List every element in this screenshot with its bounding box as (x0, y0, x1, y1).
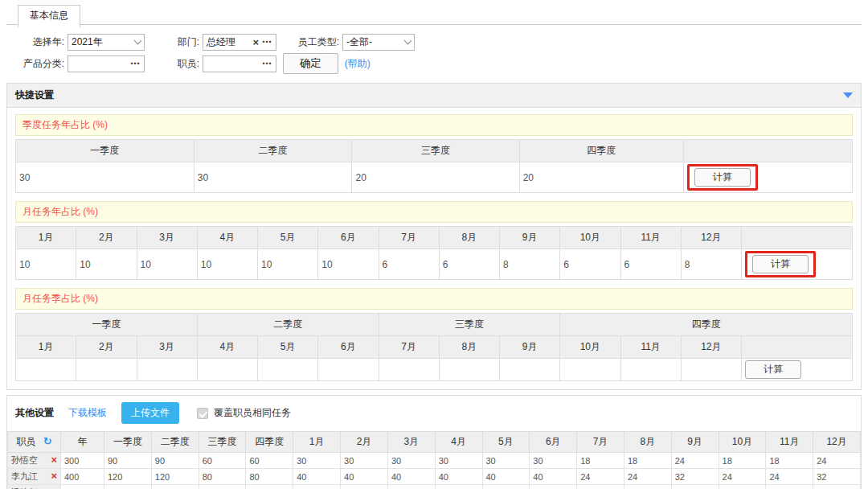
staff-value-cell[interactable]: 30 (293, 453, 341, 469)
staff-value-cell[interactable]: 90 (151, 453, 199, 469)
month-value-cell[interactable]: 8 (500, 249, 560, 280)
staff-value-cell[interactable]: 60 (246, 453, 293, 469)
staff-filter-field[interactable]: ⋯ (203, 55, 276, 72)
staff-value-cell[interactable]: 50 (435, 485, 482, 489)
month-value-cell[interactable] (620, 359, 681, 381)
staff-value-cell[interactable]: 24 (719, 469, 766, 485)
more-icon[interactable]: ⋯ (262, 59, 272, 68)
staff-value-cell[interactable]: 40 (293, 469, 341, 485)
staff-value-cell[interactable]: 40 (341, 469, 388, 485)
month-value-cell[interactable]: 8 (681, 249, 741, 280)
month-value-cell[interactable]: 6 (439, 249, 499, 280)
staff-value-cell[interactable]: 30 (577, 485, 624, 489)
staff-value-cell[interactable]: 40 (482, 469, 530, 485)
staff-value-cell[interactable]: 40 (530, 469, 577, 485)
staff-value-cell[interactable]: 32 (813, 469, 861, 485)
staff-value-cell[interactable]: 90 (104, 453, 152, 469)
staff-value-cell[interactable]: 30 (624, 485, 671, 489)
staff-value-cell[interactable]: 120 (151, 469, 199, 485)
download-template-link[interactable]: 下载模板 (68, 406, 107, 420)
calculate-button[interactable]: 计算 (752, 255, 809, 273)
month-value-cell[interactable] (76, 359, 137, 381)
staff-value-cell[interactable]: 30 (766, 485, 813, 489)
month-value-cell[interactable] (197, 359, 257, 381)
month-value-cell[interactable] (258, 359, 318, 381)
staff-value-cell[interactable]: 50 (530, 485, 577, 489)
clear-icon[interactable]: × (252, 37, 259, 47)
calculate-button[interactable]: 计算 (745, 360, 801, 379)
month-value-cell[interactable]: 6 (620, 249, 681, 280)
staff-value-cell[interactable]: 30 (530, 453, 577, 469)
staff-value-cell[interactable]: 30 (341, 453, 388, 469)
staff-value-cell[interactable]: 80 (199, 469, 246, 485)
confirm-button[interactable]: 确定 (283, 53, 338, 74)
more-icon[interactable]: ⋯ (262, 37, 272, 47)
staff-value-cell[interactable]: 24 (766, 469, 813, 485)
staff-value-cell[interactable]: 18 (624, 453, 671, 469)
month-value-cell[interactable] (439, 359, 499, 381)
help-link[interactable]: (帮助) (345, 57, 371, 71)
staff-value-cell[interactable]: 32 (671, 469, 719, 485)
month-value-cell[interactable] (681, 359, 741, 381)
quarter-value-cell[interactable]: 30 (16, 162, 194, 193)
staff-value-cell[interactable]: 500 (61, 485, 104, 489)
month-value-cell[interactable] (500, 359, 560, 381)
staff-value-cell[interactable]: 150 (104, 485, 152, 489)
month-value-cell[interactable]: 6 (560, 249, 620, 280)
staff-value-cell[interactable]: 40 (435, 469, 482, 485)
upload-file-button[interactable]: 上传文件 (121, 402, 179, 424)
quarter-value-cell[interactable]: 20 (519, 162, 683, 193)
staff-value-cell[interactable]: 100 (199, 485, 246, 489)
product-category-field[interactable]: ⋯ (68, 55, 145, 72)
staff-value-cell[interactable]: 50 (387, 485, 435, 489)
checkbox-checked-icon[interactable] (197, 408, 208, 419)
delete-staff-icon[interactable]: × (51, 471, 57, 481)
staff-value-cell[interactable]: 80 (246, 469, 293, 485)
employee-type-select[interactable]: -全部- (342, 34, 415, 51)
staff-value-cell[interactable]: 30 (387, 453, 435, 469)
staff-value-cell[interactable]: 60 (199, 453, 246, 469)
staff-value-cell[interactable]: 24 (577, 469, 624, 485)
month-value-cell[interactable]: 10 (197, 249, 257, 280)
month-value-cell[interactable] (560, 359, 620, 381)
collapse-triangle-icon[interactable] (843, 92, 853, 98)
month-value-cell[interactable] (379, 359, 439, 381)
staff-value-cell[interactable]: 120 (104, 469, 152, 485)
quarter-value-cell[interactable]: 20 (352, 162, 519, 193)
staff-value-cell[interactable]: 18 (719, 453, 766, 469)
more-icon[interactable]: ⋯ (130, 59, 141, 68)
month-value-cell[interactable] (318, 359, 379, 381)
staff-value-cell[interactable]: 50 (482, 485, 530, 489)
staff-value-cell[interactable]: 300 (61, 453, 104, 469)
staff-value-cell[interactable]: 40 (813, 485, 861, 489)
department-field[interactable]: 总经理 × ⋯ (203, 34, 276, 51)
staff-value-cell[interactable]: 100 (246, 485, 293, 489)
staff-value-cell[interactable]: 18 (766, 453, 813, 469)
staff-value-cell[interactable]: 50 (293, 485, 341, 489)
month-value-cell[interactable] (16, 359, 76, 381)
month-value-cell[interactable] (137, 359, 197, 381)
delete-staff-icon[interactable]: × (51, 454, 57, 465)
month-value-cell[interactable]: 6 (379, 249, 439, 280)
calculate-button[interactable]: 计算 (694, 168, 751, 187)
month-value-cell[interactable]: 10 (318, 249, 379, 280)
staff-value-cell[interactable]: 30 (435, 453, 482, 469)
staff-value-cell[interactable]: 40 (671, 485, 719, 489)
staff-value-cell[interactable]: 150 (151, 485, 199, 489)
staff-value-cell[interactable]: 50 (341, 485, 388, 489)
refresh-icon[interactable]: ↻ (43, 435, 52, 447)
staff-value-cell[interactable]: 24 (813, 453, 861, 469)
month-value-cell[interactable]: 10 (137, 249, 197, 280)
month-value-cell[interactable]: 10 (76, 249, 137, 280)
staff-value-cell[interactable]: 24 (671, 453, 719, 469)
year-select[interactable]: 2021年 (68, 34, 145, 51)
tab-basic-info[interactable]: 基本信息 (18, 5, 80, 28)
staff-value-cell[interactable]: 30 (482, 453, 530, 469)
month-value-cell[interactable]: 10 (16, 249, 76, 280)
month-value-cell[interactable]: 10 (258, 249, 318, 280)
staff-value-cell[interactable]: 400 (61, 469, 104, 485)
staff-value-cell[interactable]: 40 (387, 469, 435, 485)
quarter-value-cell[interactable]: 30 (194, 162, 352, 193)
staff-value-cell[interactable]: 30 (719, 485, 766, 489)
staff-value-cell[interactable]: 24 (624, 469, 671, 485)
